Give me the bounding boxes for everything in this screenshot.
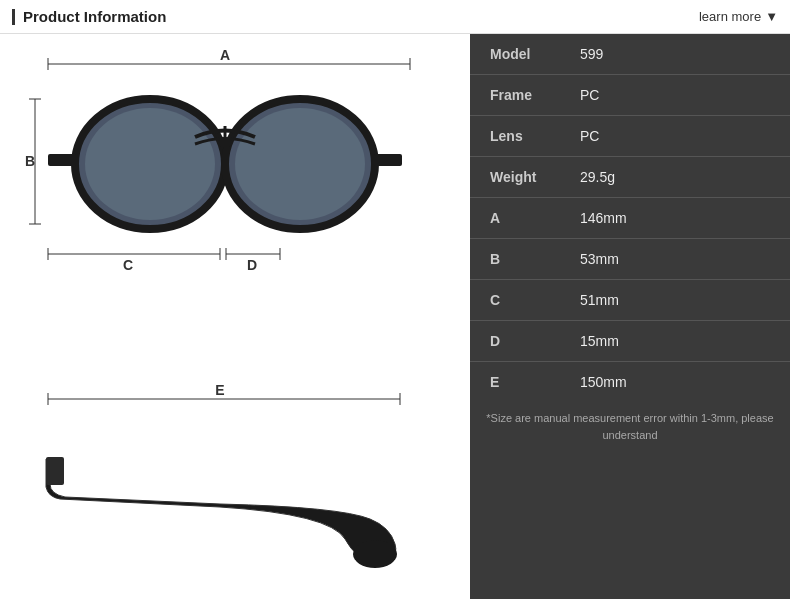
spec-value: 53mm	[560, 239, 790, 280]
label-a: A	[220, 47, 230, 63]
label-b: B	[25, 153, 35, 169]
svg-point-23	[353, 540, 397, 568]
spec-row: Frame PC	[470, 75, 790, 116]
svg-point-9	[235, 108, 365, 220]
spec-value: 15mm	[560, 321, 790, 362]
spec-row: E 150mm	[470, 362, 790, 403]
svg-rect-12	[48, 154, 76, 166]
spec-value: 29.5g	[560, 157, 790, 198]
spec-label: Frame	[470, 75, 560, 116]
spec-label: C	[470, 280, 560, 321]
spec-value: PC	[560, 75, 790, 116]
spec-row: Weight 29.5g	[470, 157, 790, 198]
spec-row: C 51mm	[470, 280, 790, 321]
spec-label: B	[470, 239, 560, 280]
learn-more-text: learn more	[699, 9, 761, 24]
spec-value: PC	[560, 116, 790, 157]
spec-label: Weight	[470, 157, 560, 198]
svg-rect-13	[374, 154, 402, 166]
spec-value: 599	[560, 34, 790, 75]
spec-row: Lens PC	[470, 116, 790, 157]
glasses-side-diagram: E	[20, 379, 430, 589]
svg-point-7	[85, 108, 215, 220]
measurement-note: *Size are manual measurement error withi…	[470, 402, 790, 451]
spec-row: Model 599	[470, 34, 790, 75]
main-content: A B	[0, 34, 790, 599]
spec-value: 146mm	[560, 198, 790, 239]
diagram-panel: A B	[0, 34, 470, 599]
spec-label: A	[470, 198, 560, 239]
spec-value: 51mm	[560, 280, 790, 321]
glasses-front-diagram: A B	[20, 44, 430, 309]
specs-table: Model 599 Frame PC Lens PC Weight 29.5g …	[470, 34, 790, 402]
spec-row: D 15mm	[470, 321, 790, 362]
spec-label: D	[470, 321, 560, 362]
learn-more-button[interactable]: learn more ▼	[699, 9, 778, 24]
label-d: D	[247, 257, 257, 273]
spec-label: E	[470, 362, 560, 403]
specs-panel: Model 599 Frame PC Lens PC Weight 29.5g …	[470, 34, 790, 599]
dropdown-arrow-icon: ▼	[765, 9, 778, 24]
spec-row: B 53mm	[470, 239, 790, 280]
svg-rect-24	[46, 457, 64, 485]
spec-label: Lens	[470, 116, 560, 157]
spec-row: A 146mm	[470, 198, 790, 239]
label-c: C	[123, 257, 133, 273]
page-title: Product Information	[12, 8, 166, 25]
spec-label: Model	[470, 34, 560, 75]
page-header: Product Information learn more ▼	[0, 0, 790, 34]
spec-value: 150mm	[560, 362, 790, 403]
label-e: E	[215, 382, 224, 398]
